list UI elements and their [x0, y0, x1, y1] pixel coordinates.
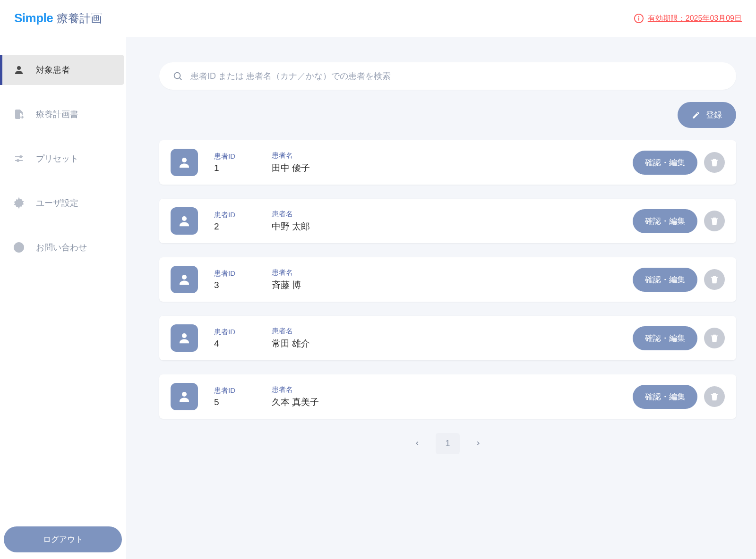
delete-button[interactable] — [704, 386, 725, 407]
page-next[interactable] — [468, 433, 488, 454]
page-number[interactable]: 1 — [436, 433, 459, 454]
delete-button[interactable] — [704, 211, 725, 231]
sidebar-item-label: プリセット — [36, 153, 78, 164]
sidebar-item-presets[interactable]: プリセット — [0, 144, 126, 174]
search-icon — [172, 71, 183, 81]
sidebar-item-care-plan[interactable]: 療養計画書 — [0, 99, 126, 129]
patient-card: 患者ID 1 患者名 田中 優子 確認・編集 — [159, 140, 736, 185]
search-box — [159, 62, 736, 90]
svg-point-14 — [182, 275, 187, 280]
trash-icon — [709, 157, 720, 168]
person-icon — [177, 272, 191, 287]
register-label: 登録 — [706, 110, 722, 120]
sidebar-item-label: 療養計画書 — [36, 109, 78, 120]
avatar — [171, 324, 198, 352]
patient-name-value: 田中 優子 — [272, 162, 617, 174]
trash-icon — [709, 216, 720, 226]
avatar — [171, 149, 198, 176]
svg-point-5 — [17, 160, 19, 161]
person-icon — [177, 155, 191, 169]
patient-card: 患者ID 5 患者名 久本 真美子 確認・編集 — [159, 374, 736, 419]
svg-line-11 — [180, 78, 182, 80]
document-export-icon — [13, 109, 25, 120]
patient-card: 患者ID 4 患者名 常田 雄介 確認・編集 — [159, 316, 736, 360]
svg-point-10 — [174, 73, 180, 79]
patient-id-label: 患者ID — [214, 152, 256, 161]
logout-button[interactable]: ログアウト — [4, 526, 122, 552]
sidebar-item-label: ユーザ設定 — [36, 197, 78, 209]
svg-point-1 — [638, 16, 639, 17]
svg-point-9 — [18, 245, 19, 246]
expiry-link[interactable]: 有効期限：2025年03月09日 — [634, 13, 742, 24]
sidebar-item-label: お問い合わせ — [36, 242, 87, 253]
patient-id-label: 患者ID — [214, 211, 256, 220]
trash-icon — [709, 274, 720, 285]
header: Simple 療養計画 有効期限：2025年03月09日 — [0, 0, 756, 37]
sidebar-item-user-settings[interactable]: ユーザ設定 — [0, 188, 126, 218]
person-icon — [177, 331, 191, 345]
svg-point-3 — [17, 66, 21, 70]
view-edit-button[interactable]: 確認・編集 — [633, 209, 697, 233]
patient-id-value: 1 — [214, 163, 256, 173]
sidebar: 対象患者 療養計画書 プリセット ユーザ設定 お問い合わせ ログアウト — [0, 37, 126, 559]
trash-icon — [709, 333, 720, 343]
main-content: 登録 患者ID 1 患者名 田中 優子 確認・編集 患者ID 2 — [126, 37, 756, 559]
patient-id-label: 患者ID — [214, 269, 256, 278]
person-icon — [177, 214, 191, 228]
sliders-icon — [13, 153, 25, 164]
svg-point-12 — [182, 158, 187, 162]
patient-name-value: 斉藤 博 — [272, 279, 617, 291]
app-logo: Simple 療養計画 — [14, 11, 102, 26]
logo-brand: Simple — [14, 11, 53, 25]
patient-id-value: 4 — [214, 339, 256, 349]
trash-icon — [709, 391, 720, 402]
delete-button[interactable] — [704, 152, 725, 173]
svg-point-16 — [182, 392, 187, 397]
sidebar-item-contact[interactable]: お問い合わせ — [0, 232, 126, 263]
chevron-right-icon — [475, 440, 481, 447]
patient-card: 患者ID 2 患者名 中野 太郎 確認・編集 — [159, 199, 736, 243]
register-button[interactable]: 登録 — [678, 102, 736, 128]
patient-id-label: 患者ID — [214, 386, 256, 395]
patient-name-value: 中野 太郎 — [272, 220, 617, 233]
person-icon — [177, 390, 191, 404]
view-edit-button[interactable]: 確認・編集 — [633, 385, 697, 409]
chevron-left-icon — [414, 440, 421, 447]
page-prev[interactable] — [407, 433, 427, 454]
expiry-text: 有効期限：2025年03月09日 — [648, 14, 742, 24]
patient-name-label: 患者名 — [272, 385, 617, 394]
patient-id-value: 2 — [214, 221, 256, 232]
delete-button[interactable] — [704, 328, 725, 348]
patient-name-label: 患者名 — [272, 151, 617, 160]
sidebar-item-label: 対象患者 — [36, 64, 70, 76]
patient-id-label: 患者ID — [214, 328, 256, 337]
pencil-icon — [692, 111, 700, 119]
avatar — [171, 266, 198, 293]
view-edit-button[interactable]: 確認・編集 — [633, 326, 697, 350]
avatar — [171, 207, 198, 235]
info-icon — [634, 13, 644, 24]
svg-rect-2 — [638, 17, 639, 20]
patient-name-label: 患者名 — [272, 327, 617, 336]
search-input[interactable] — [190, 71, 723, 81]
svg-point-13 — [182, 216, 187, 221]
patient-id-value: 5 — [214, 397, 256, 407]
avatar — [171, 383, 198, 410]
svg-point-4 — [20, 156, 22, 158]
patient-name-value: 久本 真美子 — [272, 396, 617, 408]
patient-name-value: 常田 雄介 — [272, 338, 617, 350]
info-circle-icon — [13, 242, 25, 253]
delete-button[interactable] — [704, 269, 725, 290]
view-edit-button[interactable]: 確認・編集 — [633, 268, 697, 292]
sidebar-item-patients[interactable]: 対象患者 — [0, 55, 124, 85]
logo-subtitle: 療養計画 — [57, 11, 102, 26]
patient-name-label: 患者名 — [272, 268, 617, 277]
person-icon — [13, 64, 25, 76]
patient-name-label: 患者名 — [272, 210, 617, 219]
patient-id-value: 3 — [214, 280, 256, 290]
svg-point-15 — [182, 333, 187, 338]
gear-icon — [13, 197, 25, 209]
view-edit-button[interactable]: 確認・編集 — [633, 151, 697, 175]
patient-card: 患者ID 3 患者名 斉藤 博 確認・編集 — [159, 257, 736, 302]
pagination: 1 — [159, 433, 736, 454]
